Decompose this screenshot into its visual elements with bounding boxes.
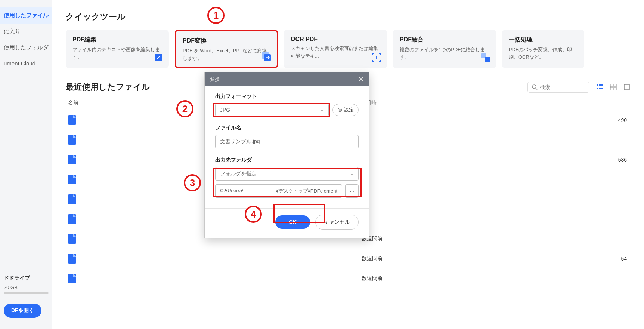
list-view-icon[interactable]: [596, 83, 604, 91]
tool-title: PDF変換: [183, 37, 270, 45]
file-date: 数週間前: [362, 275, 601, 282]
ocr-icon: T: [371, 52, 382, 63]
browse-button[interactable]: ···: [345, 184, 359, 198]
format-label: 出力フォーマット: [215, 93, 359, 100]
cancel-button[interactable]: キャンセル: [315, 215, 359, 230]
tool-ocr-pdf[interactable]: OCR PDF スキャンした文書を検索可能または編集可能なテキ... T: [284, 30, 387, 68]
recent-files-title: 最近使用したファイル: [66, 82, 150, 93]
gear-icon: [337, 107, 343, 113]
path-right: ¥デスクトップ¥PDFelement: [276, 188, 337, 194]
folder-select-value: フォルダを指定: [220, 170, 257, 177]
pdf-file-icon: [68, 254, 76, 264]
tool-pdf-convert[interactable]: PDF変換 PDF を Word、Excel、PPTなどに変換します。: [175, 30, 278, 68]
sidebar-item-document-cloud[interactable]: ument Cloud: [0, 56, 52, 71]
tool-desc: 複数のファイルを1つのPDFに結合します。: [400, 46, 489, 61]
file-date: 前: [362, 117, 601, 123]
cloud-quota: 20 GB: [4, 285, 49, 290]
svg-rect-11: [610, 84, 613, 87]
dialog-title-text: 変換: [210, 76, 220, 83]
quick-tools-row: PDF編集 ファイル内のテキストや画像を編集します。 PDF変換 PDF を W…: [66, 30, 631, 68]
tool-desc: PDFのバッチ変換、作成、印刷、OCRなど。: [509, 46, 578, 61]
pdf-file-icon: [68, 135, 76, 145]
pdf-file-icon: [68, 115, 76, 125]
svg-rect-8: [599, 84, 603, 86]
search-input[interactable]: [540, 84, 585, 90]
convert-icon: [261, 51, 272, 62]
dialog-titlebar[interactable]: 変換 ✕: [205, 72, 369, 86]
file-date: 前: [362, 156, 601, 163]
sidebar-item-recent-files[interactable]: 使用したファイル: [0, 7, 52, 24]
open-pdf-button[interactable]: DFを開く: [4, 304, 41, 318]
merge-icon: [480, 52, 491, 63]
svg-rect-13: [610, 87, 613, 90]
file-date: 前: [362, 136, 601, 143]
file-size: 586: [601, 157, 631, 163]
close-icon[interactable]: ✕: [358, 75, 364, 83]
convert-dialog: 変換 ✕ 出力フォーマット JPG ⌄ 設定 ファイル名 文書サンプル.jpg …: [204, 72, 369, 238]
tool-title: OCR PDF: [291, 36, 380, 43]
svg-rect-10: [599, 88, 603, 89]
search-box[interactable]: [527, 82, 589, 93]
edit-icon: [153, 52, 164, 63]
tool-batch[interactable]: 一括処理 PDFのバッチ変換、作成、印刷、OCRなど。: [502, 30, 584, 68]
file-date: 前: [362, 216, 601, 222]
svg-text:T: T: [375, 55, 378, 60]
filename-value: 文書サンプル.jpg: [220, 138, 260, 145]
sidebar-item-recent-folders[interactable]: 使用したフォルダ: [0, 40, 52, 56]
pdf-file-icon: [68, 274, 76, 283]
tool-title: PDF編集: [72, 36, 162, 44]
chevron-down-icon: ⌄: [350, 171, 354, 176]
svg-rect-5: [485, 57, 490, 62]
file-date: 前: [362, 176, 601, 183]
svg-rect-12: [614, 84, 616, 87]
folder-select[interactable]: フォルダを指定 ⌄: [215, 167, 359, 181]
svg-point-17: [339, 109, 341, 111]
quick-tools-title: クイックツール: [66, 11, 631, 22]
svg-rect-9: [597, 88, 598, 89]
file-size: 54: [601, 256, 631, 262]
column-size[interactable]: [600, 99, 631, 106]
file-row[interactable]: 数週間前: [66, 268, 631, 288]
column-date[interactable]: 新日時: [361, 99, 600, 106]
file-row[interactable]: 数週間前54: [66, 249, 631, 268]
sidebar: 使用したファイル に入り 使用したフォルダ ument Cloud ドドライブ …: [0, 0, 52, 329]
pdf-file-icon: [68, 175, 76, 184]
settings-button[interactable]: 設定: [332, 104, 359, 116]
format-value: JPG: [220, 107, 230, 113]
format-select[interactable]: JPG ⌄: [215, 104, 329, 116]
grid-view-icon[interactable]: [610, 83, 617, 91]
tool-title: PDF結合: [400, 36, 489, 44]
file-date: 数週間前: [362, 255, 601, 262]
svg-point-6: [532, 85, 536, 89]
svg-rect-15: [624, 84, 629, 90]
folder-label: 出力先フォルダ: [215, 157, 359, 163]
pdf-file-icon: [68, 234, 76, 244]
pdf-file-icon: [68, 155, 76, 164]
path-input[interactable]: C:¥Users¥ ¥デスクトップ¥PDFelement: [215, 184, 342, 198]
tool-pdf-merge[interactable]: PDF結合 複数のファイルを1つのPDFに結合します。: [393, 30, 496, 68]
filename-input[interactable]: 文書サンプル.jpg: [215, 135, 359, 148]
sidebar-item-favorites[interactable]: に入り: [0, 24, 52, 40]
tool-pdf-edit[interactable]: PDF編集 ファイル内のテキストや画像を編集します。: [66, 30, 169, 68]
tool-desc: ファイル内のテキストや画像を編集します。: [72, 46, 162, 61]
file-date: 数週間前: [362, 236, 601, 242]
file-date: 前: [362, 196, 601, 203]
expand-icon[interactable]: [623, 83, 631, 91]
file-size: 490: [601, 117, 631, 123]
cloud-drive-title: ドドライブ: [4, 275, 49, 282]
search-icon: [532, 84, 538, 90]
pdf-file-icon: [68, 214, 76, 224]
svg-rect-14: [614, 87, 616, 90]
tool-desc: PDF を Word、Excel、PPTなどに変換します。: [183, 47, 270, 62]
tool-title: 一括処理: [509, 36, 578, 44]
pdf-file-icon: [68, 194, 76, 204]
svg-rect-7: [597, 84, 598, 86]
cloud-quota-bar: [4, 292, 49, 294]
tool-desc: スキャンした文書を検索可能または編集可能なテキ...: [291, 45, 380, 59]
ok-button[interactable]: OK: [275, 215, 310, 229]
path-left: C:¥Users¥: [220, 188, 243, 194]
filename-label: ファイル名: [215, 124, 359, 131]
settings-label: 設定: [344, 107, 354, 113]
chevron-down-icon: ⌄: [320, 107, 324, 113]
